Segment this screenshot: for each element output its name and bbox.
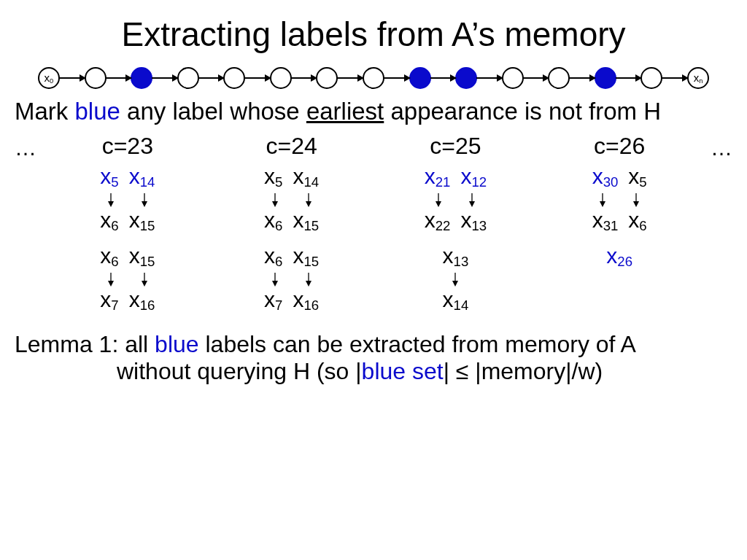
memory-column: c=23x5x14x6x15x6x15x7x16 [55,133,201,324]
chain-arrow [59,77,85,79]
svg-marker-1 [108,201,114,207]
x-label: x13 [460,208,487,234]
x-label: x13 [443,244,469,270]
svg-marker-15 [306,281,311,287]
chain-node [502,67,524,89]
chain-node [177,67,199,89]
x-label: x26 [606,244,632,268]
column-header: c=26 [546,133,692,160]
svg-marker-5 [108,281,114,287]
memory-columns: …c=23x5x14x6x15x6x15x7x16c=24x5x14x6x15x… [7,133,740,324]
chain-node [548,67,570,89]
x-label: x6 [264,244,282,270]
column-header: c=23 [55,133,201,160]
down-arrow-icon [107,192,115,208]
chain-arrow [244,77,271,79]
x-label: x15 [129,208,155,234]
x-label: x7 [264,287,282,314]
svg-marker-13 [272,281,278,287]
x-label: x16 [129,287,155,314]
down-arrow-icon [598,192,607,208]
chain-arrow [106,77,132,79]
x-label: x16 [293,287,319,314]
page-title: Extracting labels from A’s memory [7,15,740,54]
svg-marker-23 [600,201,605,207]
column-header: c=24 [219,133,365,160]
x-label: x14 [443,287,469,314]
svg-marker-25 [633,201,639,207]
x-label: x15 [293,244,319,270]
down-arrow-icon [107,271,115,287]
down-arrow-icon [451,271,460,287]
chain-node [223,67,245,89]
x-label: x6 [100,244,118,270]
chain-arrow [476,77,503,79]
down-arrow-icon [304,192,313,208]
chain-arrow [291,77,317,79]
down-arrow-icon [304,271,313,287]
x-label: x6 [628,208,646,234]
lemma-text: Lemma 1: all blue labels can be extracte… [7,324,740,385]
x-label: x15 [129,244,155,270]
svg-marker-21 [452,281,458,287]
memory-column: c=25x21x12x22x13x13x14 [382,133,528,324]
chain-arrow [198,77,225,79]
x-label: x6 [264,208,282,234]
x-label: x6 [100,208,118,234]
chain-node [85,67,107,89]
x-label: x5 [100,164,118,190]
down-arrow-icon [271,192,279,208]
down-arrow-icon [140,192,149,208]
x-label: x14 [129,164,155,190]
chain-node [455,67,477,89]
x-label: x5 [628,164,646,190]
x-label: x12 [460,164,487,190]
x-label: x22 [425,208,451,234]
svg-marker-3 [142,201,147,207]
svg-marker-9 [272,201,278,207]
chain-arrow [616,77,642,79]
mark-description: Mark blue any label whose earliest appea… [7,98,740,133]
svg-marker-11 [306,201,311,207]
chain-node [131,67,152,89]
x-label: x14 [293,164,319,190]
chain-node [270,67,292,89]
ellipsis: … [15,133,36,324]
chain-arrow [430,77,457,79]
chain-arrow [337,77,363,79]
memory-column: c=24x5x14x6x15x6x15x7x16 [219,133,365,324]
down-arrow-icon [271,271,279,287]
svg-marker-7 [142,281,147,287]
chain-node [409,67,431,89]
down-arrow-icon [632,192,640,208]
chain-node [316,67,338,89]
chain-arrow [523,77,549,79]
x-label: x21 [425,164,451,190]
chain-node: xn [687,67,709,89]
x-label: x5 [264,164,282,190]
chain-arrow [384,77,410,79]
chain-arrow [569,77,595,79]
x-label: x15 [293,208,319,234]
chain-arrow [152,77,178,79]
chain-node [595,67,616,89]
x-label: x30 [592,164,619,190]
column-header: c=25 [382,133,528,160]
ellipsis: … [711,133,732,324]
down-arrow-icon [140,271,149,287]
svg-marker-17 [436,201,441,207]
chain-node [363,67,384,89]
chain-arrow [662,77,688,79]
chain-node: x0 [38,67,60,89]
svg-marker-19 [469,201,475,207]
down-arrow-icon [434,192,443,208]
chain-node [640,67,662,89]
x-label: x7 [100,287,118,314]
down-arrow-icon [468,192,476,208]
memory-column: c=26x30x5x31x6x26 [546,133,692,324]
node-chain: x0xn [38,67,709,89]
x-label: x31 [592,208,619,234]
